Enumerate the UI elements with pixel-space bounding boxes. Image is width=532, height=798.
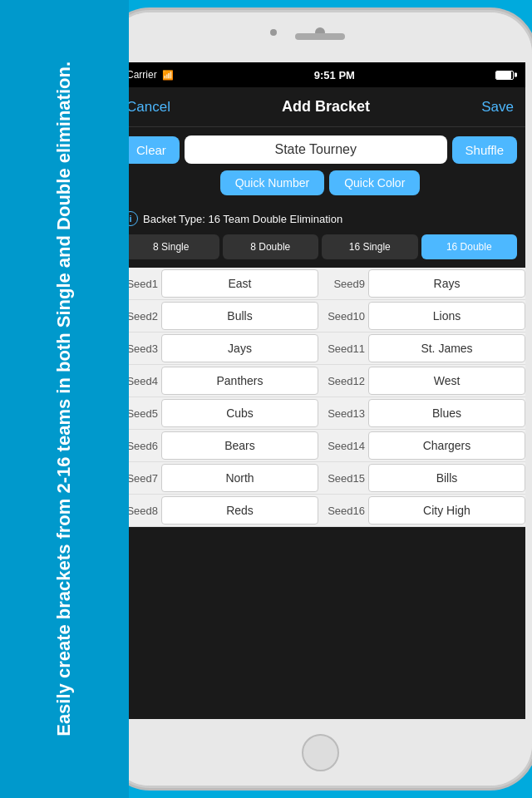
- seed-row: Seed5 Seed13: [115, 397, 525, 430]
- seed-input-16[interactable]: [368, 496, 525, 525]
- battery-fill: [496, 71, 511, 79]
- shuffle-button[interactable]: Shuffle: [452, 136, 517, 164]
- seed-label-14: Seed14: [325, 440, 368, 452]
- seed-row: Seed7 Seed15: [115, 462, 525, 495]
- clear-button[interactable]: Clear: [123, 136, 180, 164]
- seed-half-right: Seed10: [322, 300, 525, 332]
- seed-half-left: Seed3: [115, 332, 322, 364]
- seed-input-12[interactable]: [368, 367, 525, 395]
- seed-half-left: Seed6: [115, 430, 322, 461]
- seed-label-9: Seed9: [325, 278, 368, 290]
- seed-input-10[interactable]: [368, 302, 525, 330]
- seed-label-12: Seed12: [325, 375, 368, 387]
- phone-top: [108, 12, 532, 62]
- phone-bottom: [108, 719, 532, 786]
- seed-label-10: Seed10: [325, 310, 368, 323]
- status-right: [495, 71, 514, 80]
- promo-text: Easily create brackets from 2-16 teams i…: [52, 62, 76, 736]
- home-button[interactable]: [302, 734, 339, 771]
- status-bar: Carrier 📶 9:51 PM: [115, 62, 525, 87]
- seed-half-right: Seed15: [322, 462, 525, 494]
- seed-input-8[interactable]: [161, 496, 318, 525]
- bracket-type-info: i Backet Type: 16 Team Double Eliminatio…: [115, 206, 525, 231]
- seed-input-15[interactable]: [368, 464, 525, 492]
- seed-half-right: Seed9: [322, 268, 525, 299]
- seed-half-right: Seed13: [322, 397, 525, 429]
- seed-row: Seed6 Seed14: [115, 430, 525, 462]
- quick-color-button[interactable]: Quick Color: [329, 170, 420, 195]
- seed-half-left: Seed4: [115, 365, 322, 397]
- type-16double[interactable]: 16 Double: [421, 234, 518, 259]
- seed-label-11: Seed11: [325, 342, 368, 355]
- bracket-type-text: Backet Type: 16 Team Double Elimination: [143, 213, 342, 225]
- promo-panel: Easily create brackets from 2-16 teams i…: [0, 0, 129, 798]
- seed-row: Seed2 Seed10: [115, 300, 525, 332]
- nav-bar: Cancel Add Bracket Save: [115, 87, 525, 127]
- top-controls: Clear Shuffle Quick Number Quick Color: [115, 127, 525, 206]
- seed-input-13[interactable]: [368, 399, 525, 427]
- seed-half-left: Seed1: [115, 268, 322, 299]
- seed-half-right: Seed12: [322, 365, 525, 397]
- quick-buttons-row: Quick Number Quick Color: [123, 170, 517, 195]
- wifi-icon: 📶: [162, 70, 174, 81]
- seed-half-left: Seed2: [115, 300, 322, 332]
- save-button[interactable]: Save: [481, 99, 514, 116]
- seed-half-left: Seed7: [115, 462, 322, 494]
- seed-half-right: Seed14: [322, 430, 525, 461]
- seed-input-4[interactable]: [161, 367, 318, 395]
- content-area: Clear Shuffle Quick Number Quick Color i…: [115, 127, 525, 719]
- type-16single[interactable]: 16 Single: [322, 234, 418, 259]
- seed-input-11[interactable]: [368, 334, 525, 362]
- seed-input-1[interactable]: [161, 269, 318, 298]
- seed-input-9[interactable]: [368, 269, 525, 298]
- seed-row: Seed4 Seed12: [115, 365, 525, 397]
- nav-title: Add Bracket: [282, 98, 370, 116]
- seed-row: Seed3 Seed11: [115, 332, 525, 365]
- seed-half-left: Seed5: [115, 397, 322, 429]
- seed-input-3[interactable]: [161, 334, 318, 362]
- seed-half-right: Seed16: [322, 495, 525, 526]
- seed-row: Seed1 Seed9: [115, 268, 525, 300]
- carrier-label: Carrier: [126, 69, 157, 81]
- seed-label-13: Seed13: [325, 407, 368, 420]
- main-buttons-row: Clear Shuffle: [123, 135, 517, 164]
- seed-half-left: Seed8: [115, 495, 322, 526]
- type-selector: 8 Single 8 Double 16 Single 16 Double: [115, 231, 525, 268]
- phone-mic: [270, 29, 277, 36]
- seeds-table: Seed1 Seed9 Seed2 Seed10 Seed3: [115, 268, 525, 527]
- phone-screen: Carrier 📶 9:51 PM Cancel Add Bracket Sav…: [115, 62, 525, 719]
- seed-input-7[interactable]: [161, 464, 318, 492]
- phone-speaker: [295, 33, 345, 40]
- phone-shell: Carrier 📶 9:51 PM Cancel Add Bracket Sav…: [108, 12, 532, 786]
- type-8single[interactable]: 8 Single: [123, 234, 219, 259]
- cancel-button[interactable]: Cancel: [126, 99, 170, 116]
- bracket-name-input[interactable]: [185, 135, 447, 164]
- seed-half-right: Seed11: [322, 332, 525, 364]
- quick-number-button[interactable]: Quick Number: [220, 170, 324, 195]
- type-8double[interactable]: 8 Double: [223, 234, 319, 259]
- seed-label-16: Seed16: [325, 505, 368, 517]
- battery-icon: [495, 71, 514, 80]
- status-left: Carrier 📶: [126, 69, 174, 81]
- seed-label-15: Seed15: [325, 472, 368, 485]
- seed-row: Seed8 Seed16: [115, 495, 525, 527]
- seed-input-2[interactable]: [161, 302, 318, 330]
- seed-input-14[interactable]: [368, 431, 525, 460]
- seed-input-6[interactable]: [161, 431, 318, 460]
- time-label: 9:51 PM: [314, 69, 355, 81]
- seed-input-5[interactable]: [161, 399, 318, 427]
